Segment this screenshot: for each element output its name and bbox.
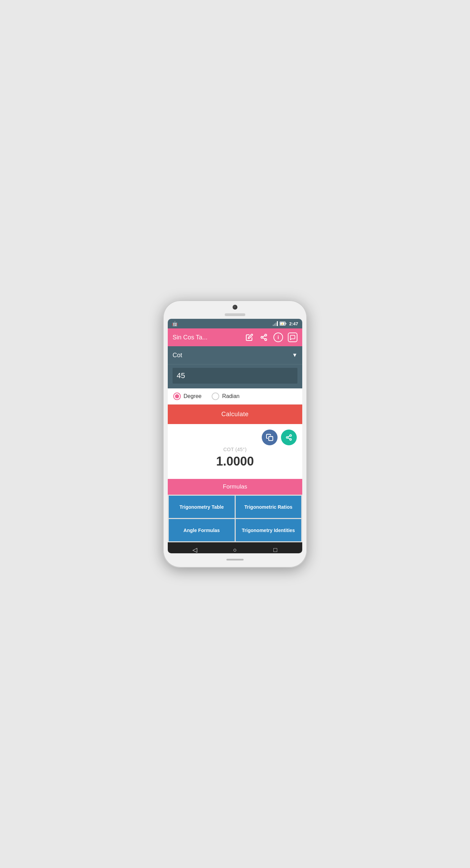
status-time: 2:47 (289, 321, 298, 326)
svg-line-11 (263, 338, 265, 339)
dropdown-selected: Cot (173, 352, 182, 359)
copy-button[interactable] (262, 430, 278, 445)
formula-btn-trig-table[interactable]: Trigonometry Table (169, 496, 235, 518)
unit-selector: Degree Radian (168, 388, 302, 405)
status-icons: ⚡ 2:47 (273, 321, 298, 326)
radian-radio-circle (212, 393, 219, 400)
input-container (168, 364, 302, 388)
dropdown-arrow-icon: ▼ (292, 352, 297, 358)
battery-icon: ⚡ (280, 322, 286, 326)
speaker (225, 313, 245, 316)
status-bar: 🤖 ⚡ 2:47 (168, 319, 302, 328)
recents-button[interactable]: □ (270, 545, 280, 553)
svg-rect-1 (274, 324, 275, 326)
camera (233, 305, 237, 310)
android-icon: 🤖 (172, 321, 178, 326)
svg-rect-5 (285, 323, 286, 324)
formula-btn-angle-formulas[interactable]: Angle Formulas (169, 519, 235, 541)
bottom-nav: ◁ ○ □ (168, 542, 302, 553)
svg-line-12 (263, 336, 265, 337)
svg-rect-13 (269, 436, 273, 441)
radian-label: Radian (222, 393, 239, 399)
back-button[interactable]: ◁ (190, 545, 200, 553)
info-icon[interactable]: i (273, 333, 283, 342)
calculate-button[interactable]: Calculate (168, 405, 302, 424)
app-bar: Sin Cos Ta... i (168, 328, 302, 346)
formula-btn-trig-ratios[interactable]: Trigonometric Ratios (236, 496, 302, 518)
svg-rect-0 (273, 325, 274, 326)
home-button[interactable]: ○ (230, 545, 240, 553)
edit-icon[interactable] (245, 333, 254, 342)
function-dropdown[interactable]: Cot ▼ (168, 346, 302, 364)
main-content: Cot ▼ Degree Radian Calculate (168, 346, 302, 553)
svg-line-18 (288, 436, 290, 437)
result-value: 1.0000 (216, 454, 254, 469)
degree-label: Degree (184, 393, 201, 399)
degree-radio[interactable]: Degree (173, 393, 201, 400)
result-label: COT (45°) (223, 447, 247, 452)
svg-text:⚡: ⚡ (281, 323, 283, 325)
svg-line-17 (288, 438, 290, 439)
result-area: COT (45°) 1.0000 (168, 424, 302, 479)
svg-rect-2 (275, 323, 277, 326)
formula-grid: Trigonometry Table Trigonometric Ratios … (168, 495, 302, 542)
message-icon[interactable] (288, 333, 297, 342)
phone-bottom (226, 556, 244, 563)
phone-screen: 🤖 ⚡ 2:47 Sin C (168, 319, 302, 553)
formula-btn-trig-identities[interactable]: Trigonometry Identities (236, 519, 302, 541)
app-title: Sin Cos Ta... (173, 334, 240, 341)
formulas-header: Formulas (168, 479, 302, 495)
degree-radio-circle (173, 393, 181, 400)
svg-rect-3 (277, 321, 278, 326)
angle-input[interactable] (173, 368, 297, 384)
share-icon[interactable] (259, 333, 269, 342)
home-indicator (226, 559, 244, 560)
signal-icon (273, 321, 278, 326)
radian-radio[interactable]: Radian (212, 393, 239, 400)
phone-frame: 🤖 ⚡ 2:47 Sin C (163, 300, 307, 568)
result-actions (262, 430, 297, 445)
result-share-button[interactable] (281, 430, 297, 445)
